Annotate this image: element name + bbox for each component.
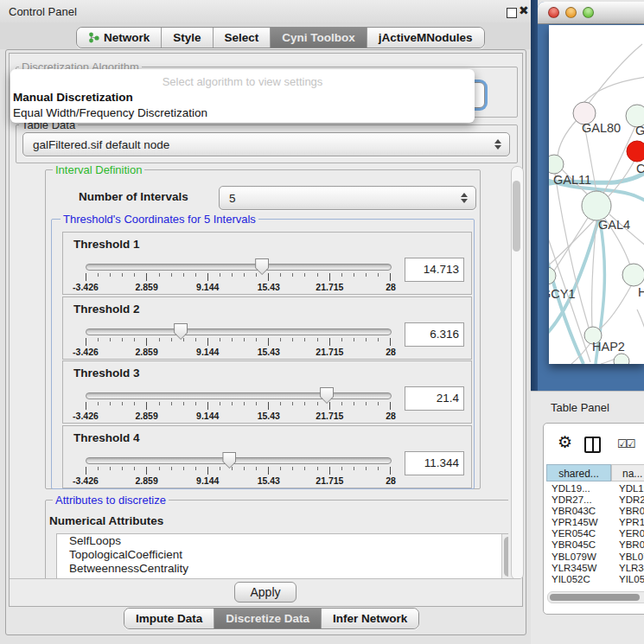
tick-mark (366, 338, 367, 341)
tick-mark (329, 273, 330, 281)
threshold-title: Threshold 4 (73, 431, 140, 444)
zoom-light[interactable] (583, 7, 594, 18)
threshold-value-field[interactable]: 21.4 (405, 386, 464, 411)
attribute-item[interactable]: SelfLoops (57, 534, 508, 548)
scrollbar-thumb[interactable] (513, 181, 520, 252)
column-header-shared[interactable]: shared... (546, 464, 611, 481)
slider-track[interactable] (86, 457, 392, 464)
threshold-title: Threshold 2 (73, 303, 140, 316)
close-icon[interactable]: ✖ (519, 3, 529, 17)
attribute-item[interactable]: TopologicalCoefficient (57, 548, 508, 562)
tick-mark (207, 338, 208, 346)
bottom-tab-impute-data[interactable]: Impute Data (124, 609, 214, 628)
scrollbar-thumb[interactable] (550, 594, 640, 601)
slider-track[interactable] (86, 392, 392, 399)
split-view-icon[interactable] (584, 437, 601, 453)
popup-item[interactable]: Equal Width/Frequency Discretization (10, 105, 475, 121)
threshold-value-field[interactable]: 6.316 (405, 322, 464, 347)
popup-placeholder-item[interactable]: Select algorithm to view settings (10, 69, 475, 90)
screen: { "control_panel": { "title": "Control P… (0, 0, 644, 644)
network-node[interactable] (614, 354, 629, 364)
cell-shared-name: YBL079W (546, 552, 611, 563)
tick-mark (220, 402, 220, 405)
table-row[interactable]: YBR043CYBR043C (546, 506, 644, 517)
tick-mark (146, 402, 147, 410)
settings-vertical-scrollbar[interactable] (511, 166, 524, 580)
threshold-value-field[interactable]: 11.344 (405, 451, 464, 475)
slider-track[interactable] (86, 264, 392, 271)
node-label: GAL11 (553, 173, 591, 187)
tick-mark (232, 338, 233, 341)
tick-mark (280, 402, 281, 405)
column-header-name[interactable]: na... (611, 464, 644, 481)
table-row[interactable]: YDR27...YDR27... (546, 494, 644, 506)
table-row[interactable]: YPR145WYPR145W (546, 517, 644, 528)
tick-label: 2.859 (135, 282, 157, 292)
table-row[interactable]: YER054CYER054C (546, 528, 644, 539)
threshold-value-field[interactable]: 14.713 (405, 258, 464, 282)
cell-name: YDL19... (611, 483, 644, 494)
tab-style[interactable]: Style (162, 28, 213, 48)
tab-network[interactable]: Network (77, 28, 162, 48)
tick-label: 2.859 (135, 411, 157, 421)
tick-mark (329, 467, 330, 475)
number-of-intervals-combobox[interactable]: 5 (219, 186, 476, 210)
tick-mark (146, 338, 147, 346)
apply-button[interactable]: Apply (234, 582, 296, 603)
tab-label: jActiveMNodules (379, 28, 473, 48)
tick-label: -3.426 (73, 347, 99, 357)
network-canvas[interactable]: GAL80GACGAL11GAL4GCY1HHAP2 (549, 25, 644, 364)
close-light[interactable] (548, 7, 559, 18)
table-row[interactable]: YDL19...YDL19... (546, 483, 644, 494)
attributes-list-scrollbar[interactable] (501, 534, 508, 578)
tab-select[interactable]: Select (214, 28, 271, 48)
tab-jactivemnodules[interactable]: jActiveMNodules (367, 28, 484, 48)
table-rows: YDL19...YDL19...YDR27...YDR27...YBR043CY… (546, 483, 644, 584)
tick-mark (134, 338, 135, 341)
network-edge-highlighted (549, 220, 598, 338)
checkbox-icons[interactable]: ☑☑ (617, 437, 634, 450)
tick-mark (207, 273, 208, 281)
tick-mark (86, 338, 86, 346)
float-window-icon[interactable] (507, 8, 517, 18)
popup-item[interactable]: Manual Discretization (10, 90, 475, 105)
table-row[interactable]: YBL079WYBL079W (546, 552, 644, 563)
tick-mark (195, 273, 196, 277)
table-data-combobox[interactable]: galFiltered.sif default node (22, 132, 510, 156)
bottom-tab-discretize-data[interactable]: Discretize Data (214, 609, 322, 628)
tick-mark (134, 273, 135, 277)
slider-tick-labels: -3.4262.8599.14415.4321.71528 (86, 411, 391, 421)
table-row[interactable]: YBR045CYBR045C (546, 539, 644, 551)
network-node[interactable] (582, 191, 611, 220)
interval-definition-group: Interval Definition Number of Intervals … (45, 169, 481, 489)
tab-cyni-toolbox[interactable]: Cyni Toolbox (271, 28, 367, 48)
tick-mark (98, 338, 99, 341)
network-node[interactable] (622, 264, 644, 286)
numerical-attributes-list[interactable]: SelfLoopsTopologicalCoefficientBetweenne… (56, 533, 508, 578)
table-horizontal-scrollbar[interactable] (547, 591, 644, 603)
scrollbar-thumb[interactable] (504, 537, 508, 577)
node-label: GA (635, 124, 644, 137)
gear-icon[interactable]: ⚙ (558, 434, 572, 450)
tick-mark (256, 273, 257, 277)
cell-name: YPR145W (611, 517, 644, 528)
cell-name: YDR27... (611, 494, 644, 506)
network-node[interactable] (627, 141, 644, 162)
table-row[interactable]: YIL052CYIL052C (546, 574, 644, 584)
attribute-item[interactable]: BetweennessCentrality (57, 562, 508, 576)
slider-track[interactable] (86, 328, 392, 335)
thresholds-group-label: Threshold's Coordinates for 5 Intervals (61, 213, 258, 226)
tick-mark (366, 273, 367, 277)
tick-mark (220, 467, 220, 470)
tab-label: Network (104, 28, 150, 48)
tick-label: 9.144 (196, 411, 219, 421)
network-node[interactable] (549, 155, 564, 174)
tick-mark (159, 338, 160, 341)
cell-shared-name: YBR045C (546, 539, 611, 551)
tick-label: 21.715 (316, 347, 343, 357)
minimize-light[interactable] (565, 7, 577, 18)
tick-mark (378, 402, 379, 405)
tick-mark (244, 402, 245, 405)
bottom-tab-infer-network[interactable]: Infer Network (322, 609, 418, 628)
table-row[interactable]: YLR345WYLR345W (546, 563, 644, 574)
